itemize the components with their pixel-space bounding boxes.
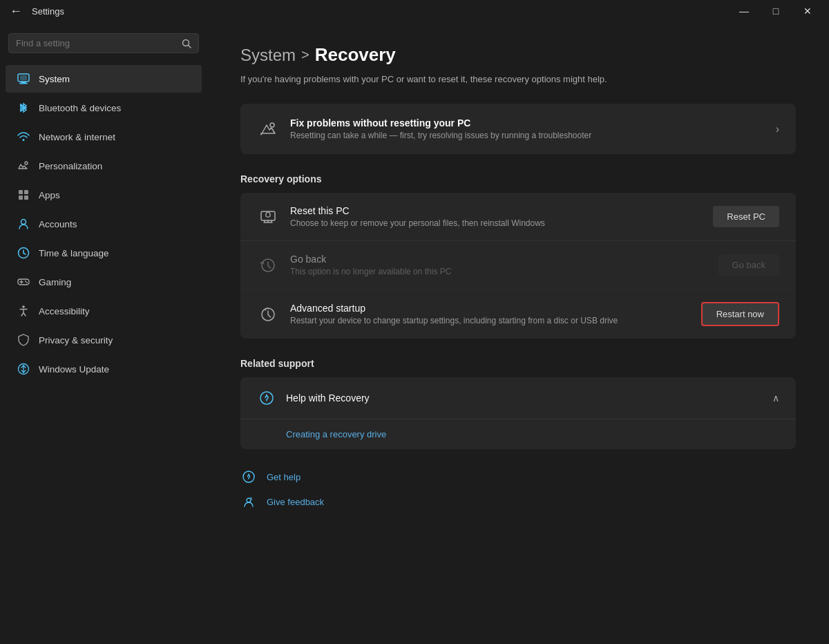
app-title: Settings bbox=[32, 6, 64, 17]
maximize-button[interactable]: □ bbox=[760, 0, 792, 22]
breadcrumb-separator: > bbox=[301, 47, 309, 63]
svg-point-30 bbox=[247, 498, 251, 502]
fix-card-subtitle: Resetting can take a while — first, try … bbox=[290, 131, 776, 140]
sidebar-label-apps: Apps bbox=[39, 190, 60, 200]
breadcrumb-parent: System bbox=[240, 46, 296, 65]
creating-recovery-drive-link[interactable]: Creating a recovery drive bbox=[240, 419, 796, 449]
sidebar-item-apps[interactable]: Apps bbox=[6, 181, 202, 209]
option-row-advanced-startup: Advanced startup Restart your device to … bbox=[240, 290, 796, 339]
go-back-text: Go back This option is no longer availab… bbox=[290, 254, 718, 276]
personalization-icon bbox=[17, 159, 30, 173]
search-box[interactable] bbox=[8, 33, 199, 53]
svg-point-22 bbox=[270, 123, 274, 127]
go-back-icon bbox=[257, 254, 279, 276]
sidebar-label-bluetooth: Bluetooth & devices bbox=[39, 103, 121, 113]
give-feedback-icon bbox=[240, 493, 257, 510]
svg-point-7 bbox=[25, 162, 28, 164]
go-back-title: Go back bbox=[290, 254, 718, 265]
accessibility-icon bbox=[17, 304, 30, 318]
help-with-recovery-label: Help with Recovery bbox=[286, 392, 772, 404]
svg-point-29 bbox=[248, 474, 249, 475]
svg-rect-9 bbox=[24, 190, 28, 194]
sidebar-item-accounts[interactable]: Accounts bbox=[6, 210, 202, 238]
fix-card-title: Fix problems without resetting your PC bbox=[290, 117, 776, 129]
sidebar-label-accounts: Accounts bbox=[39, 219, 77, 229]
reset-pc-icon bbox=[257, 206, 279, 228]
app-body: System Bluetooth & devices bbox=[0, 22, 829, 644]
svg-rect-8 bbox=[19, 190, 23, 194]
get-help-icon bbox=[240, 468, 257, 485]
sidebar-item-gaming[interactable]: Gaming bbox=[6, 268, 202, 296]
minimize-button[interactable]: — bbox=[728, 0, 760, 22]
advanced-startup-icon bbox=[257, 303, 279, 325]
reset-pc-text: Reset this PC Choose to keep or remove y… bbox=[290, 205, 713, 228]
sidebar-item-time[interactable]: Time & language bbox=[6, 239, 202, 267]
svg-point-26 bbox=[260, 392, 273, 404]
get-help-link[interactable]: Get help bbox=[240, 468, 796, 485]
fix-card-arrow-icon: › bbox=[776, 123, 779, 135]
svg-point-19 bbox=[22, 305, 25, 308]
sidebar-label-network: Network & internet bbox=[39, 132, 115, 142]
sidebar-label-gaming: Gaming bbox=[39, 277, 71, 287]
sidebar-item-system[interactable]: System bbox=[6, 65, 202, 93]
svg-point-28 bbox=[243, 471, 254, 482]
fix-card-text: Fix problems without resetting your PC R… bbox=[290, 117, 776, 140]
svg-point-18 bbox=[26, 282, 28, 283]
go-back-button[interactable]: Go back bbox=[718, 254, 779, 276]
svg-point-12 bbox=[21, 220, 26, 225]
option-row-reset-pc: Reset this PC Choose to keep or remove y… bbox=[240, 193, 796, 241]
close-button[interactable]: ✕ bbox=[792, 0, 823, 22]
option-row-go-back: Go back This option is no longer availab… bbox=[240, 241, 796, 290]
back-button[interactable]: ← bbox=[6, 3, 26, 20]
svg-rect-4 bbox=[21, 82, 26, 83]
give-feedback-link[interactable]: Give feedback bbox=[240, 493, 796, 510]
bluetooth-icon bbox=[17, 101, 30, 115]
sidebar-item-bluetooth[interactable]: Bluetooth & devices bbox=[6, 94, 202, 122]
breadcrumb: System > Recovery bbox=[240, 44, 796, 66]
help-with-recovery-row[interactable]: Help with Recovery ∧ bbox=[240, 377, 796, 419]
search-icon bbox=[182, 39, 191, 48]
recovery-options-title: Recovery options bbox=[240, 173, 796, 184]
bottom-links: Get help Give feedback bbox=[240, 468, 796, 510]
apps-icon bbox=[17, 188, 30, 202]
sidebar-label-system: System bbox=[39, 74, 70, 84]
get-help-label: Get help bbox=[267, 472, 301, 482]
reset-pc-button[interactable]: Reset PC bbox=[713, 206, 779, 227]
go-back-sub: This option is no longer available on th… bbox=[290, 267, 718, 276]
titlebar: ← Settings — □ ✕ bbox=[0, 0, 829, 22]
svg-rect-3 bbox=[20, 75, 27, 80]
sidebar-item-windows-update[interactable]: Windows Update bbox=[6, 355, 202, 383]
main-content: System > Recovery If you're having probl… bbox=[207, 22, 829, 644]
advanced-startup-text: Advanced startup Restart your device to … bbox=[290, 303, 701, 325]
sidebar-label-time: Time & language bbox=[39, 248, 109, 258]
sidebar-item-privacy[interactable]: Privacy & security bbox=[6, 326, 202, 354]
window-controls: — □ ✕ bbox=[728, 0, 823, 22]
svg-rect-10 bbox=[19, 196, 23, 200]
breadcrumb-current: Recovery bbox=[315, 44, 396, 66]
sidebar-item-network[interactable]: Network & internet bbox=[6, 123, 202, 151]
svg-line-1 bbox=[189, 45, 191, 48]
reset-pc-sub: Choose to keep or remove your personal f… bbox=[290, 218, 713, 228]
svg-rect-11 bbox=[24, 196, 28, 200]
sidebar: System Bluetooth & devices bbox=[0, 22, 207, 644]
svg-rect-5 bbox=[19, 83, 28, 84]
help-recovery-icon bbox=[257, 388, 276, 408]
network-icon bbox=[17, 130, 30, 144]
restart-now-button[interactable]: Restart now bbox=[701, 302, 779, 326]
fix-problems-card[interactable]: Fix problems without resetting your PC R… bbox=[240, 104, 796, 154]
fix-icon bbox=[257, 118, 279, 140]
related-support-title: Related support bbox=[240, 358, 796, 369]
svg-point-6 bbox=[23, 139, 25, 141]
sidebar-item-personalization[interactable]: Personalization bbox=[6, 152, 202, 180]
time-icon bbox=[17, 246, 30, 260]
related-support-card: Help with Recovery ∧ Creating a recovery… bbox=[240, 377, 796, 449]
recovery-options-card: Reset this PC Choose to keep or remove y… bbox=[240, 193, 796, 339]
give-feedback-label: Give feedback bbox=[267, 497, 324, 507]
search-input[interactable] bbox=[16, 38, 182, 48]
sidebar-label-windows-update: Windows Update bbox=[39, 364, 109, 375]
page-description: If you're having problems with your PC o… bbox=[240, 74, 796, 84]
gaming-icon bbox=[17, 275, 30, 289]
advanced-startup-title: Advanced startup bbox=[290, 303, 701, 314]
sidebar-label-personalization: Personalization bbox=[39, 161, 102, 171]
sidebar-item-accessibility[interactable]: Accessibility bbox=[6, 297, 202, 325]
